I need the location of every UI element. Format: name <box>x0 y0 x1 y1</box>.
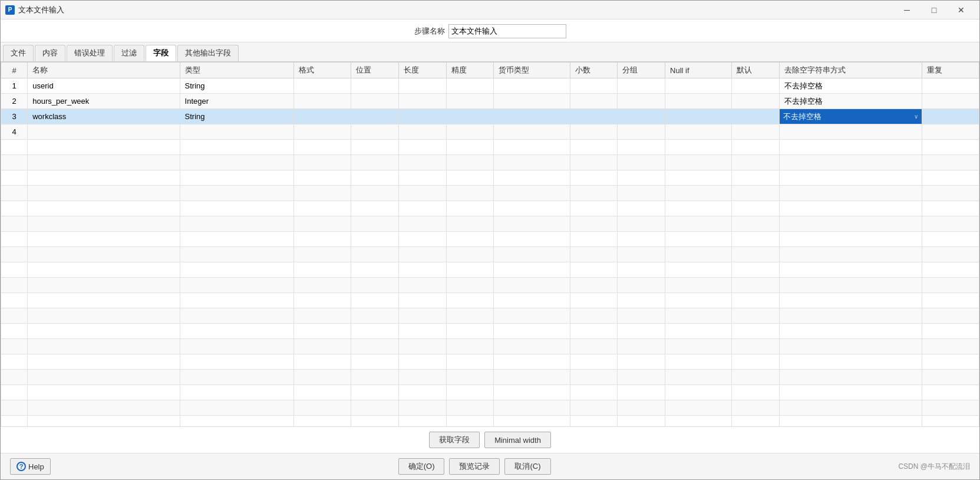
maximize-button[interactable]: □ <box>920 1 948 19</box>
table-row[interactable]: 3workclassString不去掉空格∨ <box>1 109 979 124</box>
cell-currency[interactable] <box>494 124 570 140</box>
cell-trim[interactable]: 不去掉空格 <box>779 78 922 94</box>
cell-format[interactable] <box>294 109 351 124</box>
cell-currency[interactable] <box>494 78 570 94</box>
cell-type[interactable]: String <box>180 78 294 94</box>
cancel-button[interactable]: 取消(C) <box>504 458 550 475</box>
cell-currency[interactable] <box>494 109 570 124</box>
cell-prec[interactable] <box>446 78 494 94</box>
table-row <box>1 278 979 293</box>
cell-pos[interactable] <box>351 94 399 109</box>
table-row <box>1 247 979 262</box>
tab-content[interactable]: 内容 <box>35 45 65 61</box>
watermark: CSDN @牛马不配流泪 <box>898 462 970 472</box>
minimize-button[interactable]: ─ <box>893 1 920 19</box>
table-container: # 名称 类型 格式 位置 长度 精度 货币类型 小数 分组 Null if 默… <box>1 62 979 426</box>
cell-default[interactable] <box>732 109 780 124</box>
cell-nullif[interactable] <box>665 78 732 94</box>
cell-num[interactable]: 2 <box>1 94 28 109</box>
empty-cell <box>779 354 922 370</box>
help-button[interactable]: ? Help <box>10 458 51 475</box>
trim-text: 不去掉空格 <box>783 111 821 122</box>
cell-nullif[interactable] <box>665 124 732 140</box>
cell-nullif[interactable] <box>665 94 732 109</box>
empty-cell <box>732 201 780 216</box>
cell-len[interactable] <box>398 124 446 140</box>
cell-default[interactable] <box>732 78 780 94</box>
cell-repeat[interactable] <box>922 124 979 140</box>
cell-type[interactable]: String <box>180 109 294 124</box>
cell-type[interactable]: Integer <box>180 94 294 109</box>
table-row[interactable]: 2hours_per_weekInteger不去掉空格 <box>1 94 979 109</box>
cell-currency[interactable] <box>494 94 570 109</box>
main-content: # 名称 类型 格式 位置 长度 精度 货币类型 小数 分组 Null if 默… <box>1 62 979 453</box>
table-row[interactable]: 1useridString不去掉空格 <box>1 78 979 94</box>
cell-name[interactable]: userid <box>28 78 180 94</box>
tab-fields[interactable]: 字段 <box>146 45 176 61</box>
close-button[interactable]: ✕ <box>948 1 975 19</box>
table-row[interactable]: 4 <box>1 124 979 140</box>
cell-prec[interactable] <box>446 94 494 109</box>
empty-cell <box>618 201 665 216</box>
cell-len[interactable] <box>398 78 446 94</box>
cell-group[interactable] <box>618 124 665 140</box>
empty-cell <box>665 155 732 170</box>
cell-group[interactable] <box>618 78 665 94</box>
cell-format[interactable] <box>294 78 351 94</box>
empty-cell <box>732 232 780 247</box>
cell-repeat[interactable] <box>922 109 979 124</box>
cell-prec[interactable] <box>446 109 494 124</box>
empty-cell <box>294 293 351 308</box>
empty-cell <box>732 400 780 416</box>
cell-len[interactable] <box>398 109 446 124</box>
cell-group[interactable] <box>618 109 665 124</box>
cell-format[interactable] <box>294 94 351 109</box>
tab-other[interactable]: 其他输出字段 <box>177 45 239 61</box>
cell-name[interactable] <box>28 124 180 140</box>
cell-group[interactable] <box>618 94 665 109</box>
cell-decimal[interactable] <box>570 78 618 94</box>
tab-error[interactable]: 错误处理 <box>67 45 113 61</box>
cell-pos[interactable] <box>351 78 399 94</box>
empty-cell <box>732 308 780 324</box>
empty-cell <box>618 262 665 278</box>
cell-decimal[interactable] <box>570 109 618 124</box>
cell-num[interactable]: 4 <box>1 124 28 140</box>
cell-decimal[interactable] <box>570 124 618 140</box>
minimal-width-button[interactable]: Minimal width <box>484 432 551 448</box>
cell-decimal[interactable] <box>570 94 618 109</box>
cell-num[interactable]: 3 <box>1 109 28 124</box>
cell-format[interactable] <box>294 124 351 140</box>
cell-name[interactable]: hours_per_week <box>28 94 180 109</box>
cell-default[interactable] <box>732 94 780 109</box>
cell-pos[interactable] <box>351 109 399 124</box>
step-name-label: 步骤名称 <box>414 26 445 37</box>
empty-cell <box>398 370 446 385</box>
cell-repeat[interactable] <box>922 78 979 94</box>
empty-cell <box>922 400 979 416</box>
cell-type[interactable] <box>180 124 294 140</box>
cell-default[interactable] <box>732 124 780 140</box>
empty-cell <box>398 339 446 354</box>
cell-repeat[interactable] <box>922 94 979 109</box>
cell-trim[interactable] <box>779 124 922 140</box>
cell-prec[interactable] <box>446 124 494 140</box>
cell-name[interactable]: workclass <box>28 109 180 124</box>
get-fields-button[interactable]: 获取字段 <box>429 432 480 448</box>
preview-button[interactable]: 预览记录 <box>449 458 500 475</box>
confirm-button[interactable]: 确定(O) <box>398 458 445 475</box>
empty-cell <box>351 262 399 278</box>
cell-pos[interactable] <box>351 124 399 140</box>
cell-len[interactable] <box>398 94 446 109</box>
tab-file[interactable]: 文件 <box>3 45 34 61</box>
step-name-input[interactable] <box>448 24 566 38</box>
cell-trim[interactable]: 不去掉空格 <box>779 94 922 109</box>
empty-cell <box>922 232 979 247</box>
empty-cell <box>732 247 780 262</box>
empty-cell <box>779 140 922 155</box>
tab-filter[interactable]: 过滤 <box>114 45 144 61</box>
empty-cell <box>180 232 294 247</box>
cell-nullif[interactable] <box>665 109 732 124</box>
cell-trim[interactable]: 不去掉空格∨ <box>779 109 922 124</box>
cell-num[interactable]: 1 <box>1 78 28 94</box>
